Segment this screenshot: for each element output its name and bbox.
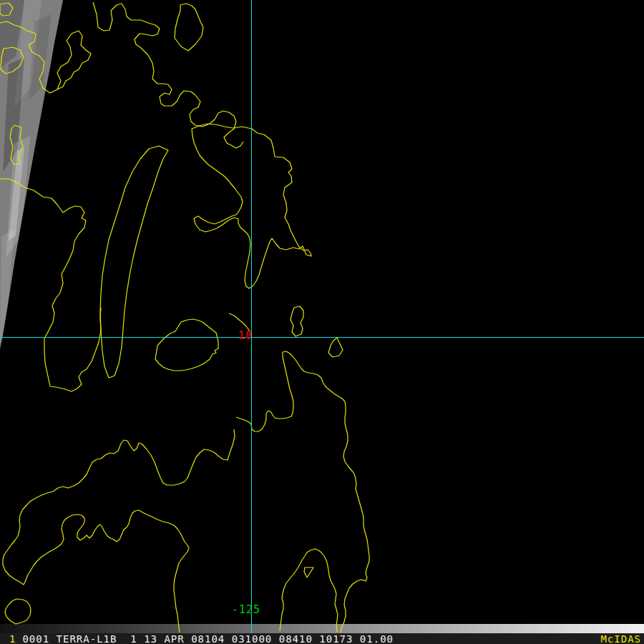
- latitude-label: 10: [234, 331, 253, 341]
- crosshair-horizontal-line: [0, 337, 644, 338]
- map-background: [0, 0, 644, 624]
- frame-number: 1: [9, 633, 16, 644]
- map-canvas[interactable]: [0, 0, 644, 644]
- mcidas-image-window: 10 -125 1 0001 TERRA-L1B 1 13 APR 08104 …: [0, 0, 644, 644]
- crosshair-vertical-line: [251, 0, 252, 633]
- mcidas-brand-label: McIDAS: [600, 633, 641, 644]
- status-bar: 1 0001 TERRA-L1B 1 13 APR 08104 031000 0…: [0, 633, 644, 644]
- longitude-label: -125: [232, 605, 260, 615]
- dataset-info-text: 0001 TERRA-L1B 1 13 APR 08104 031000 084…: [22, 633, 600, 644]
